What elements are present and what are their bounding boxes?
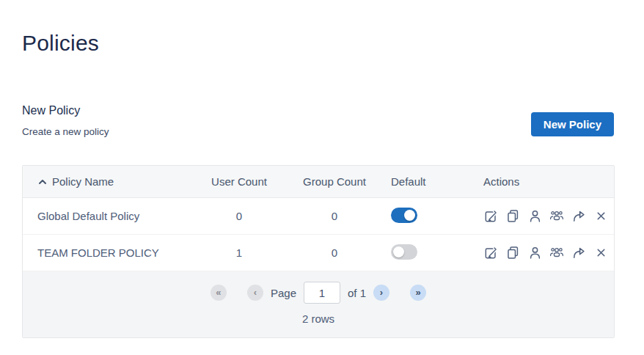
- page-of-label: of 1: [348, 287, 366, 299]
- first-page-button[interactable]: «: [211, 285, 227, 301]
- copy-icon[interactable]: [505, 209, 520, 224]
- default-toggle[interactable]: [391, 244, 417, 260]
- prev-page-button[interactable]: ‹: [247, 285, 263, 301]
- actions-cell: [475, 246, 614, 260]
- table-header-row: Policy Name User Count Group Count Defau…: [23, 166, 614, 198]
- column-header-actions: Actions: [475, 175, 614, 188]
- column-header-group-count: Group Count: [287, 175, 382, 188]
- toggle-knob: [393, 246, 404, 257]
- last-page-button[interactable]: »: [410, 285, 426, 301]
- edit-icon[interactable]: [483, 246, 498, 260]
- table-row: TEAM FOLDER POLICY 1 0: [23, 235, 614, 271]
- user-icon[interactable]: [527, 209, 542, 224]
- default-toggle[interactable]: [391, 208, 417, 223]
- pagination: « ‹ Page of 1 › »: [23, 282, 614, 304]
- section-subheading: Create a new policy: [22, 126, 109, 137]
- actions-cell: [475, 209, 614, 224]
- policy-name-cell: Global Default Policy: [23, 210, 191, 222]
- policy-name-cell: TEAM FOLDER POLICY: [23, 246, 191, 259]
- copy-icon[interactable]: [505, 246, 520, 260]
- group-icon[interactable]: [549, 246, 564, 260]
- section-heading: New Policy: [22, 104, 109, 117]
- group-icon[interactable]: [549, 209, 564, 224]
- user-count-cell: 0: [191, 210, 287, 222]
- new-policy-section: New Policy Create a new policy: [22, 104, 109, 137]
- column-header-policy-name[interactable]: Policy Name: [23, 175, 191, 188]
- rows-summary: 2 rows: [23, 312, 614, 325]
- sort-asc-icon[interactable]: [37, 177, 48, 187]
- policies-table: Policy Name User Count Group Count Defau…: [22, 165, 615, 338]
- delete-icon[interactable]: [593, 209, 608, 224]
- delete-icon[interactable]: [593, 246, 608, 260]
- page-number-input[interactable]: [304, 282, 340, 304]
- new-policy-button[interactable]: New Policy: [531, 112, 614, 136]
- group-count-cell: 0: [287, 210, 382, 222]
- column-header-user-count: User Count: [191, 175, 287, 188]
- share-icon[interactable]: [571, 246, 586, 260]
- next-page-button[interactable]: ›: [373, 285, 389, 301]
- edit-icon[interactable]: [483, 209, 498, 224]
- table-row: Global Default Policy 0 0: [23, 198, 614, 235]
- page-label: Page: [271, 287, 296, 299]
- column-header-default: Default: [382, 175, 475, 188]
- share-icon[interactable]: [571, 209, 586, 224]
- policies-page: Policies New Policy Create a new policy …: [0, 0, 644, 355]
- group-count-cell: 0: [287, 246, 382, 259]
- toggle-knob: [404, 210, 415, 221]
- page-title: Policies: [22, 31, 99, 56]
- table-footer: « ‹ Page of 1 › » 2 rows: [23, 271, 614, 337]
- user-count-cell: 1: [191, 246, 287, 259]
- user-icon[interactable]: [527, 246, 542, 260]
- column-header-label: Policy Name: [52, 175, 114, 188]
